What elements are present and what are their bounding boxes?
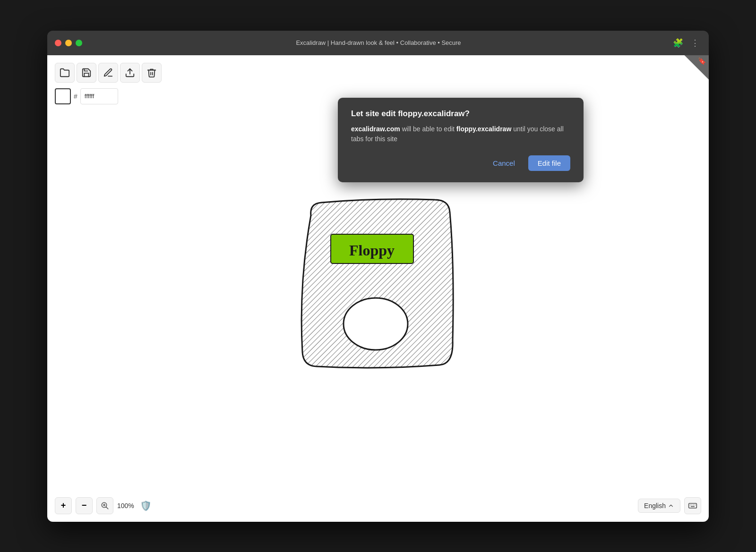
dialog-site-name: excalidraw.com [351, 125, 400, 133]
title-bar: Excalidraw | Hand-drawn look & feel • Co… [47, 31, 709, 55]
dialog-body: excalidraw.com will be able to edit flop… [351, 124, 570, 144]
browser-content: 🔖 [47, 55, 709, 522]
dialog-title: Let site edit floppy.excalidraw? [351, 109, 570, 119]
dialog-actions: Cancel Edit file [351, 155, 570, 171]
extensions-icon[interactable]: 🧩 [671, 36, 685, 50]
close-button[interactable] [55, 40, 61, 46]
menu-icon[interactable]: ⋮ [689, 36, 701, 50]
edit-file-button[interactable]: Edit file [528, 155, 570, 171]
dialog-file-name: floppy.excalidraw [456, 125, 511, 133]
title-bar-actions: 🧩 ⋮ [671, 36, 701, 50]
maximize-button[interactable] [76, 40, 82, 46]
traffic-lights [55, 40, 82, 46]
browser-window: Excalidraw | Hand-drawn look & feel • Co… [47, 31, 709, 522]
cancel-button[interactable]: Cancel [485, 155, 523, 171]
page-title: Excalidraw | Hand-drawn look & feel • Co… [90, 39, 667, 46]
dialog-overlay: Let site edit floppy.excalidraw? excalid… [47, 55, 709, 522]
minimize-button[interactable] [65, 40, 72, 46]
dialog-body-mid: will be able to edit [400, 125, 456, 133]
permission-dialog: Let site edit floppy.excalidraw? excalid… [338, 98, 584, 182]
